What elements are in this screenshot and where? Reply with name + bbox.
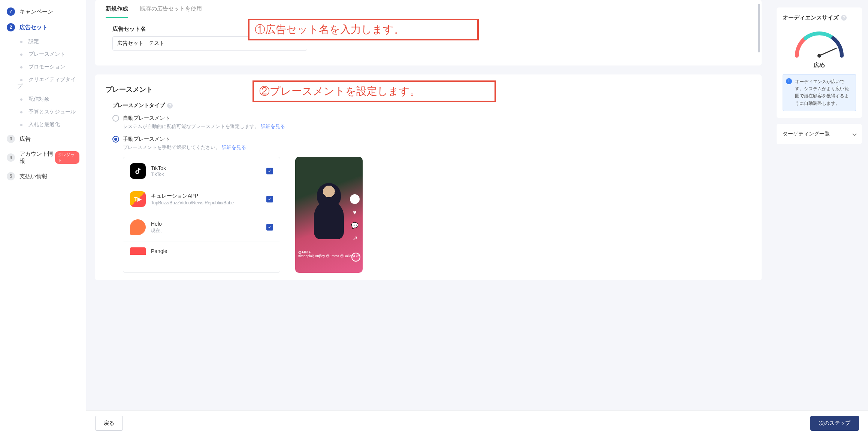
chevron-down-icon <box>852 132 856 136</box>
dot-icon <box>20 54 22 56</box>
dot-icon <box>20 66 22 68</box>
auto-detail-link[interactable]: 詳細を見る <box>261 124 285 129</box>
nav-ad[interactable]: 3 広告 <box>0 131 86 147</box>
radio-manual-label: 手動プレースメント <box>123 136 170 143</box>
share-icon: ↗ <box>351 235 359 242</box>
dot-icon <box>20 41 22 43</box>
step-4-icon: 4 <box>7 153 15 162</box>
app-sub: TikTok <box>151 172 261 177</box>
info-icon: i <box>786 78 792 84</box>
nav-campaign[interactable]: ✓ キャンペーン <box>0 4 86 19</box>
targeting-title: ターゲティング一覧 <box>783 131 830 137</box>
nav-sub-delivery[interactable]: 配信対象 <box>0 93 86 106</box>
radio-manual-desc: プレースメントを手動で選択してください。 <box>123 144 220 150</box>
step-2-icon: 2 <box>7 23 15 31</box>
pangle-icon <box>130 247 146 255</box>
next-step-button[interactable]: 次のステップ <box>810 416 859 431</box>
step-3-icon: 3 <box>7 135 15 143</box>
nav-sub-bid[interactable]: 入札と最適化 <box>0 118 86 131</box>
checkbox-checked-icon[interactable]: ✓ <box>266 168 273 174</box>
sidebar: ✓ キャンペーン 2 広告セット 設定 プレースメント プロモーション クリエイ… <box>0 0 86 436</box>
placement-item-curation[interactable]: T▶ キュレーションAPP TopBuzz/BuzzVideo/News Rep… <box>123 185 280 213</box>
help-icon[interactable]: ? <box>841 15 847 21</box>
audience-title: オーディエンスサイズ <box>783 14 839 21</box>
nav-payment-label: 支払い情報 <box>19 173 48 180</box>
placement-list: TikTok TikTok ✓ T▶ キュレーションAPP TopBuzz/Bu… <box>123 157 280 273</box>
nav-account-label: アカウント情報 <box>19 150 55 165</box>
audience-info-text: オーディエンスが広いです。システムがより広い範囲で潜在顧客を獲得するように自動調… <box>795 79 849 106</box>
scrollbar[interactable] <box>758 4 760 52</box>
nav-sub-placement[interactable]: プレースメント <box>0 48 86 61</box>
nav-payment[interactable]: 5 支払い情報 <box>0 168 86 184</box>
footer-bar: 戻る 次のステップ <box>86 410 868 436</box>
manual-detail-link[interactable]: 詳細を見る <box>222 144 246 150</box>
adset-tabs: 新規作成 既存の広告セットを使用 <box>95 0 762 18</box>
gauge-label: 広め <box>783 62 856 69</box>
app-name: Helo <box>151 221 261 227</box>
nav-adset-label: 広告セット <box>19 24 48 31</box>
app-sub: 現在、 <box>151 228 261 234</box>
placement-type-label: プレースメントタイプ <box>112 102 165 109</box>
preview-username: @Allice <box>298 250 359 254</box>
nav-campaign-label: キャンペーン <box>19 8 53 15</box>
preview-action-icons: ♥ 💬 ↗ <box>350 194 360 242</box>
checkbox-checked-icon[interactable]: ✓ <box>266 196 273 202</box>
gauge-icon <box>789 26 849 60</box>
targeting-list-card[interactable]: ターゲティング一覧 <box>777 124 862 144</box>
placement-item-helo[interactable]: Helo 現在、 ✓ <box>123 213 280 241</box>
dot-icon <box>20 98 22 101</box>
placement-item-pangle[interactable]: Pangle <box>123 241 280 256</box>
app-name: キュレーションAPP <box>151 193 261 199</box>
adset-name-card: 新規作成 既存の広告セットを使用 広告セット名 ①広告セット名を入力します。 <box>95 0 762 65</box>
avatar-icon <box>350 194 360 204</box>
help-icon[interactable]: ? <box>167 103 173 109</box>
tiktok-icon <box>130 163 146 179</box>
radio-auto-desc: システムが自動的に配信可能なプレースメントを選定します。 <box>123 124 259 129</box>
audience-size-card: オーディエンスサイズ ? 広め i オーディエンスが広いです。システムがより広い… <box>777 7 862 118</box>
right-panel: オーディエンスサイズ ? 広め i オーディエンスが広いです。システムがより広い… <box>771 0 868 436</box>
main-content: 新規作成 既存の広告セットを使用 広告セット名 ①広告セット名を入力します。 プ… <box>86 0 771 436</box>
svg-point-1 <box>817 54 821 58</box>
nav-sub-settings[interactable]: 設定 <box>0 35 86 48</box>
nav-account[interactable]: 4 アカウント情報 クレジット <box>0 147 86 168</box>
nav-sub-creative[interactable]: クリエイティブタイプ <box>0 73 86 93</box>
placement-title: プレースメント <box>95 74 762 100</box>
heart-icon: ♥ <box>351 209 359 217</box>
placement-card: プレースメント ②プレースメントを設定します。 プレースメントタイプ ? 自動プ… <box>95 74 762 280</box>
placement-item-tiktok[interactable]: TikTok TikTok ✓ <box>123 157 280 185</box>
dot-icon <box>20 111 22 113</box>
tab-new[interactable]: 新規作成 <box>106 5 128 18</box>
check-icon: ✓ <box>7 7 15 16</box>
radio-manual-placement[interactable]: 手動プレースメント <box>95 132 762 144</box>
svg-line-0 <box>819 48 836 56</box>
app-name: TikTok <box>151 165 261 171</box>
back-button[interactable]: 戻る <box>95 416 123 431</box>
ad-preview: ♥ 💬 ↗ @Allice #knoeplokj #ujfley @Emma @… <box>295 157 363 273</box>
nav-sub-promotion[interactable]: プロモーション <box>0 61 86 73</box>
nav-ad-label: 広告 <box>19 135 31 143</box>
radio-auto-label: 自動プレースメント <box>123 115 170 122</box>
radio-icon <box>112 115 119 122</box>
helo-icon <box>130 219 146 235</box>
app-sub: TopBuzz/BuzzVideo/News Republic/Babe <box>151 200 261 205</box>
credit-badge: クレジット <box>55 151 80 164</box>
adset-name-input[interactable] <box>112 36 307 51</box>
step-5-icon: 5 <box>7 172 15 180</box>
preview-hashtags: #knoeplokj #ujfley @Emma @GallaryGirl <box>298 254 359 258</box>
adset-name-label: 広告セット名 <box>112 25 744 33</box>
curation-icon: T▶ <box>130 191 146 207</box>
app-name: Pangle <box>151 248 273 254</box>
radio-checked-icon <box>112 136 119 143</box>
radio-auto-placement[interactable]: 自動プレースメント <box>95 111 762 123</box>
checkbox-checked-icon[interactable]: ✓ <box>266 224 273 231</box>
nav-adset[interactable]: 2 広告セット <box>0 19 86 35</box>
dot-icon <box>20 79 22 81</box>
nav-sub-budget[interactable]: 予算とスケジュール <box>0 106 86 118</box>
dot-icon <box>20 124 22 126</box>
tab-existing[interactable]: 既存の広告セットを使用 <box>140 5 202 18</box>
comment-icon: 💬 <box>351 222 359 229</box>
